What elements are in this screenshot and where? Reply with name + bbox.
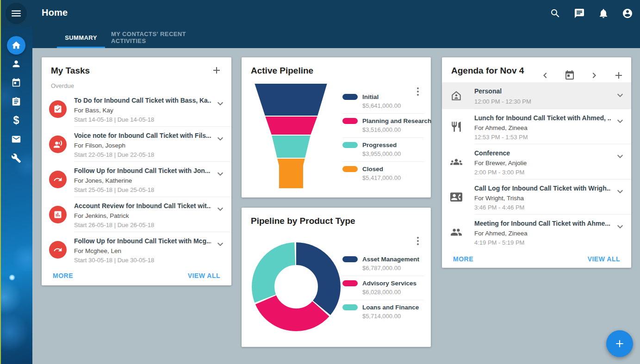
task-dates: Start 14-05-18 | Due 14-05-18 bbox=[74, 116, 211, 123]
funnel-segment-planning[interactable] bbox=[265, 116, 318, 135]
active-pipeline-title: Active Pipeline bbox=[251, 66, 313, 76]
legend-item: Initial $5,641,000.00 bbox=[342, 90, 424, 113]
legend-swatch bbox=[342, 256, 358, 262]
expand-event-button[interactable] bbox=[615, 116, 626, 127]
add-task-button[interactable] bbox=[211, 65, 224, 78]
tasks-view-all-button[interactable]: VIEW ALL bbox=[188, 272, 220, 279]
sidebar-item-tools[interactable] bbox=[7, 149, 25, 167]
agenda-card: Agenda for Nov 4 Personal 1 bbox=[442, 57, 631, 268]
task-row[interactable]: Account Review for Inbound Call Ticket w… bbox=[42, 197, 231, 232]
sidebar-item-tasks[interactable] bbox=[7, 93, 25, 111]
notifications-icon bbox=[598, 8, 609, 19]
legend-swatch bbox=[342, 304, 358, 310]
expand-event-button[interactable] bbox=[615, 90, 626, 101]
agenda-row[interactable]: Meeting for Inbound Call Ticket with Ahm… bbox=[442, 215, 631, 250]
legend-item: Closed $5,417,000.00 bbox=[342, 161, 424, 185]
expand-event-button[interactable] bbox=[615, 151, 626, 162]
chevron-down-icon bbox=[215, 98, 226, 109]
contacts-icon bbox=[11, 59, 21, 69]
sidebar-item-calendar[interactable] bbox=[7, 74, 25, 92]
event-time: 12:53 PM - 1:53 PM bbox=[474, 134, 611, 141]
todo-check-icon bbox=[49, 100, 67, 118]
tasks-section-label: Overdue bbox=[51, 82, 74, 89]
menu-button[interactable] bbox=[6, 3, 27, 24]
legend-item: Planning and Research $3,516,000.00 bbox=[342, 113, 424, 137]
funnel-segment-closed[interactable] bbox=[277, 158, 305, 189]
screen-edge-highlight bbox=[0, 0, 1, 364]
legend-value: $5,714,000.00 bbox=[362, 313, 424, 320]
sidebar-item-home[interactable] bbox=[7, 36, 25, 55]
notifications-button[interactable] bbox=[597, 7, 609, 19]
event-title: Meeting for Inbound Call Ticket with Ahm… bbox=[474, 220, 611, 227]
event-title: Conference bbox=[474, 149, 611, 157]
expand-task-button[interactable] bbox=[215, 98, 226, 109]
funnel-segment-initial[interactable] bbox=[254, 83, 328, 116]
agenda-row[interactable]: Personal 12:00 PM - 12:30 PM bbox=[442, 82, 631, 109]
funnel-segment-progressed[interactable] bbox=[271, 135, 311, 158]
pipeline-by-product-card: Pipeline by Product Type Asset Managemen… bbox=[242, 208, 431, 347]
expand-event-button[interactable] bbox=[615, 186, 626, 197]
legend-value: $6,787,000.00 bbox=[362, 265, 424, 271]
mail-icon bbox=[11, 134, 21, 144]
event-time: 3:46 PM - 4:46 PM bbox=[474, 204, 611, 211]
legend-label: Asset Management bbox=[362, 256, 419, 263]
task-title: Account Review for Inbound Call Ticket w… bbox=[74, 202, 211, 210]
event-for: For Ahmed, Zineea bbox=[474, 230, 611, 237]
event-title: Personal bbox=[474, 87, 611, 95]
sidebar-item-deals[interactable]: $ bbox=[7, 111, 25, 130]
tasks-more-button[interactable]: MORE bbox=[53, 272, 73, 279]
chart-options-button[interactable] bbox=[413, 234, 423, 247]
agenda-list: Personal 12:00 PM - 12:30 PM Lunch for I… bbox=[442, 82, 631, 250]
task-row[interactable]: To Do for Inbound Call Ticket with Bass,… bbox=[42, 92, 231, 127]
legend-swatch bbox=[342, 94, 358, 100]
plus-icon bbox=[614, 338, 626, 350]
expand-task-button[interactable] bbox=[215, 204, 226, 215]
agenda-prev-day-button[interactable] bbox=[539, 69, 551, 81]
my-tasks-card: My Tasks Overdue To Do for Inbound Call … bbox=[42, 57, 231, 285]
expand-task-button[interactable] bbox=[215, 239, 226, 250]
task-title: Follow Up for Inbound Call Ticket with M… bbox=[74, 237, 211, 245]
add-event-button[interactable] bbox=[613, 69, 625, 81]
search-button[interactable] bbox=[549, 7, 561, 19]
agenda-more-button[interactable]: MORE bbox=[453, 255, 473, 263]
chevron-down-icon bbox=[215, 204, 226, 215]
task-title: Follow Up for Inbound Call Ticket with J… bbox=[74, 167, 211, 174]
task-for: For Filson, Joseph bbox=[74, 142, 211, 149]
fab-add-button[interactable] bbox=[606, 330, 633, 357]
event-title: Call Log for Inbound Call Ticket with Wr… bbox=[474, 185, 611, 192]
sidebar-item-contacts[interactable] bbox=[7, 55, 25, 73]
task-row[interactable]: Follow Up for Inbound Call Ticket with J… bbox=[42, 162, 231, 197]
agenda-calendar-button[interactable] bbox=[564, 69, 576, 81]
task-row[interactable]: Voice note for Inbound Call Ticket with … bbox=[42, 127, 231, 162]
chevron-down-icon bbox=[615, 151, 626, 162]
expand-event-button[interactable] bbox=[615, 221, 626, 232]
chat-button[interactable] bbox=[573, 7, 585, 19]
expand-task-button[interactable] bbox=[215, 168, 226, 179]
task-for: For Jones, Katherine bbox=[74, 177, 211, 184]
agenda-view-all-button[interactable]: VIEW ALL bbox=[588, 255, 620, 263]
sidebar-item-mail[interactable] bbox=[7, 130, 25, 148]
chevron-down-icon bbox=[615, 116, 626, 127]
expand-task-button[interactable] bbox=[215, 133, 226, 144]
agenda-row[interactable]: Lunch for Inbound Call Ticket with Ahmed… bbox=[442, 109, 631, 144]
tools-icon bbox=[11, 153, 21, 163]
account-button[interactable] bbox=[621, 7, 634, 19]
agenda-row[interactable]: Call Log for Inbound Call Ticket with Wr… bbox=[442, 179, 631, 215]
topbar-actions bbox=[549, 0, 634, 27]
agenda-row[interactable]: Conference For Brewer, Anjolie 2:00 PM -… bbox=[442, 144, 631, 179]
tab-my-contacts-recent-activities[interactable]: MY CONTACTS' RECENT ACTIVITIES bbox=[111, 27, 209, 48]
search-icon bbox=[550, 8, 561, 19]
legend-swatch bbox=[342, 118, 358, 124]
tab-summary[interactable]: SUMMARY bbox=[57, 27, 105, 48]
agenda-next-day-button[interactable] bbox=[588, 69, 600, 81]
personal-home-icon bbox=[450, 90, 462, 102]
event-time: 2:00 PM - 3:00 PM bbox=[474, 169, 611, 176]
legend-label: Initial bbox=[362, 93, 379, 100]
my-tasks-title: My Tasks bbox=[51, 66, 90, 76]
legend-label: Planning and Research bbox=[362, 117, 431, 124]
plus-icon bbox=[211, 65, 222, 76]
task-row[interactable]: Follow Up for Inbound Call Ticket with M… bbox=[42, 232, 231, 267]
chevron-down-icon bbox=[615, 186, 626, 197]
task-for: For Mcghee, Len bbox=[74, 247, 211, 254]
tab-bar: SUMMARY MY CONTACTS' RECENT ACTIVITIES bbox=[32, 27, 640, 48]
